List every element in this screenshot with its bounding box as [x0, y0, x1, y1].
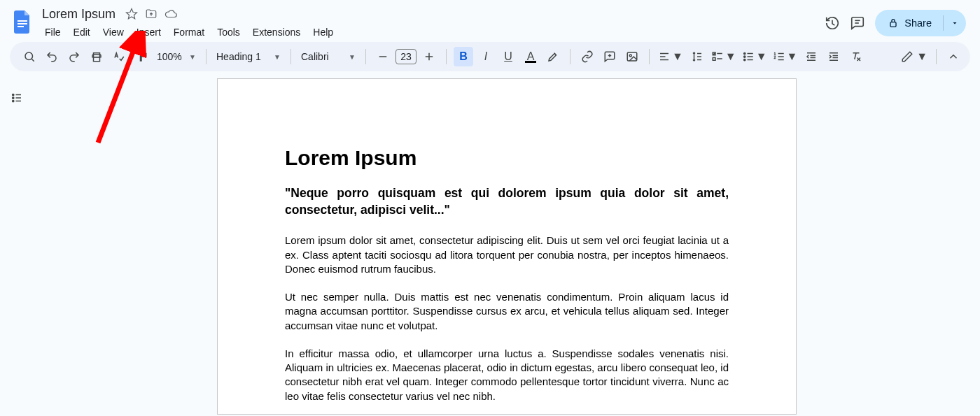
history-icon[interactable]: [825, 15, 840, 31]
bulleted-list-icon[interactable]: ▼: [741, 47, 769, 66]
decrease-font-icon[interactable]: [373, 47, 393, 66]
align-button[interactable]: ▼: [657, 47, 685, 66]
menu-insert[interactable]: Insert: [131, 24, 167, 41]
text-color-button[interactable]: A: [521, 47, 540, 66]
svg-rect-14: [627, 52, 637, 61]
caret-down-icon: ▼: [916, 50, 927, 63]
search-menus-icon[interactable]: [20, 47, 39, 66]
menu-edit[interactable]: Edit: [68, 24, 96, 41]
bold-button[interactable]: B: [454, 47, 473, 66]
outline-toggle-icon[interactable]: [7, 88, 27, 108]
share-label: Share: [904, 17, 932, 29]
line-spacing-icon[interactable]: [687, 47, 707, 66]
redo-icon[interactable]: [64, 47, 84, 66]
font-size-group: [373, 47, 439, 66]
decrease-indent-icon[interactable]: [802, 47, 821, 66]
font-select[interactable]: Calibri ▼: [298, 51, 358, 62]
numbered-list-icon[interactable]: 12▼: [771, 47, 799, 66]
highlight-button[interactable]: [543, 47, 563, 66]
svg-point-27: [743, 56, 745, 57]
menu-file[interactable]: File: [39, 24, 66, 41]
move-folder-icon[interactable]: [145, 8, 158, 20]
doc-heading[interactable]: Lorem Ipsum: [285, 146, 729, 170]
caret-down-icon: ▼: [274, 53, 281, 61]
doc-paragraph[interactable]: In efficitur massa odio, et ullamcorper …: [285, 347, 729, 403]
separator: [936, 49, 937, 64]
document-title[interactable]: Lorem Ipsum: [39, 7, 118, 22]
cloud-status-icon[interactable]: [164, 8, 177, 20]
collapse-toolbar-icon[interactable]: [944, 47, 963, 66]
font-value: Calibri: [301, 51, 329, 62]
left-rail: [0, 71, 34, 415]
star-icon[interactable]: [125, 8, 138, 20]
separator: [446, 49, 447, 64]
separator: [649, 49, 650, 64]
svg-rect-1: [18, 23, 27, 24]
print-icon[interactable]: [87, 47, 106, 66]
insert-image-icon[interactable]: [622, 47, 642, 66]
clear-formatting-icon[interactable]: [846, 47, 866, 66]
separator: [570, 49, 570, 64]
menu-bar: File Edit View Insert Format Tools Exten…: [39, 24, 339, 41]
style-value: Heading 1: [216, 51, 261, 62]
doc-paragraph[interactable]: Lorem ipsum dolor sit amet, consectetur …: [285, 234, 729, 276]
menu-extensions[interactable]: Extensions: [247, 24, 306, 41]
caret-down-icon: ▼: [189, 53, 196, 61]
add-comment-icon[interactable]: [600, 47, 620, 66]
editor-body: Lorem Ipsum "Neque porro quisquam est qu…: [0, 71, 980, 415]
zoom-value: 100%: [157, 51, 182, 62]
svg-rect-24: [713, 58, 715, 61]
separator: [206, 49, 206, 64]
svg-point-26: [743, 52, 745, 54]
spellcheck-icon[interactable]: [109, 47, 129, 66]
separator: [365, 49, 366, 64]
app-header: Lorem Ipsum File Edit View Insert Format…: [0, 0, 980, 42]
editing-mode-button[interactable]: ▼: [899, 47, 929, 66]
zoom-select[interactable]: 100% ▼: [154, 51, 199, 62]
insert-link-icon[interactable]: [578, 47, 597, 66]
undo-icon[interactable]: [42, 47, 62, 66]
share-dropdown[interactable]: [944, 10, 966, 36]
document-canvas: Lorem Ipsum "Neque porro quisquam est qu…: [34, 71, 980, 415]
share-button[interactable]: Share: [875, 10, 943, 36]
comments-icon[interactable]: [850, 15, 865, 31]
italic-button[interactable]: I: [476, 47, 496, 66]
toolbar: 100% ▼ Heading 1 ▼ Calibri ▼ B I U A ▼: [10, 42, 970, 71]
svg-point-28: [743, 59, 745, 60]
caret-down-icon: ▼: [349, 53, 356, 61]
caret-down-icon: ▼: [725, 50, 736, 63]
docs-logo[interactable]: [10, 8, 35, 34]
menu-help[interactable]: Help: [307, 24, 339, 41]
svg-line-7: [31, 59, 34, 61]
paint-format-icon[interactable]: [132, 47, 151, 66]
caret-down-icon: ▼: [672, 50, 683, 63]
increase-font-icon[interactable]: [419, 47, 439, 66]
svg-point-47: [13, 94, 14, 95]
caret-down-icon: ▼: [756, 50, 767, 63]
menu-format[interactable]: Format: [168, 24, 210, 41]
svg-rect-2: [18, 26, 24, 27]
svg-text:2: 2: [774, 55, 776, 59]
caret-down-icon: ▼: [787, 50, 798, 63]
share-button-group: Share: [875, 10, 966, 36]
doc-paragraph[interactable]: Ut nec semper nulla. Duis mattis est nec…: [285, 290, 729, 333]
document-page[interactable]: Lorem Ipsum "Neque porro quisquam est qu…: [217, 78, 797, 415]
svg-point-48: [13, 97, 14, 99]
svg-point-6: [25, 52, 33, 60]
increase-indent-icon[interactable]: [824, 47, 844, 66]
font-size-input[interactable]: [396, 49, 416, 64]
svg-rect-0: [18, 20, 27, 22]
menu-view[interactable]: View: [97, 24, 130, 41]
doc-subheading[interactable]: "Neque porro quisquam est qui dolorem ip…: [285, 185, 729, 218]
toolbar-container: 100% ▼ Heading 1 ▼ Calibri ▼ B I U A ▼: [0, 42, 980, 71]
separator: [290, 49, 291, 64]
svg-point-49: [13, 100, 14, 101]
svg-rect-5: [890, 22, 896, 27]
paragraph-style-select[interactable]: Heading 1 ▼: [214, 51, 284, 62]
menu-tools[interactable]: Tools: [211, 24, 246, 41]
checklist-icon[interactable]: ▼: [710, 47, 738, 66]
svg-rect-8: [94, 57, 100, 62]
svg-point-15: [629, 55, 631, 57]
underline-button[interactable]: U: [498, 47, 518, 66]
